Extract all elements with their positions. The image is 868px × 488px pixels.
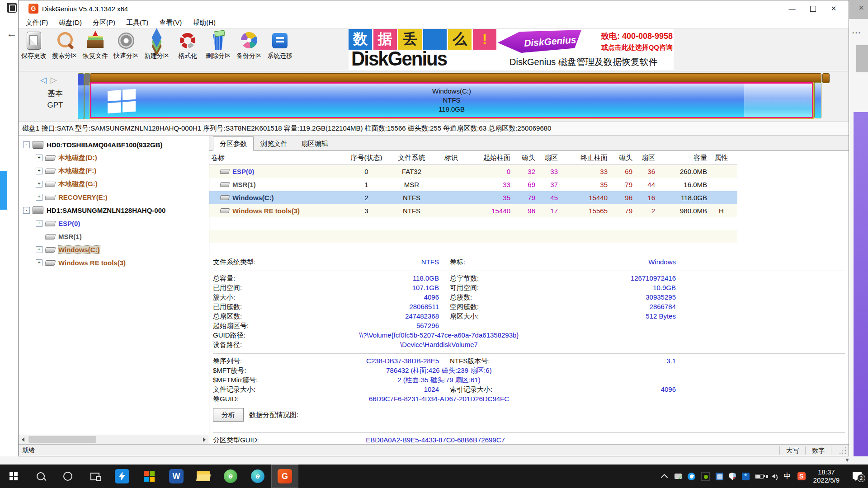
minimize-button[interactable]: — <box>782 2 802 15</box>
partition-fs: NTFS <box>443 96 460 105</box>
detail-label: 文件记录大小: <box>213 385 303 394</box>
next-disk-icon[interactable]: ▷ <box>51 75 57 84</box>
maximize-button[interactable] <box>802 2 823 15</box>
toolbar-button[interactable]: 备份分区 <box>234 29 264 60</box>
disk-header-bar[interactable] <box>90 73 821 83</box>
ad-banner[interactable]: 数据丢么! DiskGenius DiskGenius 致电: 400-008-… <box>349 29 674 70</box>
scrollbar-thumb[interactable] <box>28 436 96 443</box>
toolbar-button[interactable]: 新建分区 <box>142 29 172 60</box>
pinned-app-tiles[interactable] <box>136 465 163 488</box>
toolbar-button-label: 格式化 <box>172 52 203 60</box>
tree-item[interactable]: + ESP(0) <box>19 217 209 230</box>
tab[interactable]: 扇区编辑 <box>294 137 335 150</box>
tab[interactable]: 浏览文件 <box>254 137 294 150</box>
menu-item[interactable]: 工具(T) <box>121 19 154 27</box>
tree-item[interactable]: + 本地磁盘(F:) <box>19 164 209 178</box>
tree-expander-icon[interactable]: + <box>36 194 42 201</box>
windows-partition-bar[interactable]: Windows(C:) NTFS 118.0GB <box>90 82 813 118</box>
tray-volume-icon[interactable] <box>769 472 778 480</box>
notification-center-button[interactable]: 2 <box>853 472 863 481</box>
tray-messenger-icon[interactable] <box>688 473 695 480</box>
back-arrow-icon[interactable]: ← <box>6 27 17 40</box>
background-more-icon[interactable]: ⋯ <box>852 27 861 38</box>
resize-grip[interactable] <box>839 446 847 455</box>
disk-info-line: 磁盘1 接口:SATA 型号:SAMSUNGMZNLN128HAHQ-000H1… <box>19 122 849 136</box>
taskbar-clock[interactable]: 18:37 2022/5/9 <box>813 468 840 484</box>
toolbar-button[interactable]: 恢复文件 <box>80 29 111 60</box>
analyze-button[interactable]: 分析 <box>213 408 244 422</box>
tree-expander-icon[interactable]: + <box>36 220 42 227</box>
partition-table-type: GPT <box>39 99 71 111</box>
toolbar-button[interactable]: 格式化 <box>172 29 203 60</box>
msr-partition-bar[interactable] <box>84 73 90 119</box>
tree-item[interactable]: + Windows RE tools(3) <box>19 256 209 269</box>
tree-expander-icon[interactable]: + <box>36 168 42 174</box>
diskgenius-icon: G <box>278 469 292 483</box>
banner-qq-link[interactable]: 或点击此处选择QQ咨询 <box>601 43 673 52</box>
file-explorer-button[interactable] <box>190 465 217 488</box>
tray-battery-icon[interactable] <box>755 472 764 480</box>
pinned-app-lightning[interactable] <box>108 465 136 488</box>
menu-item[interactable]: 帮助(H) <box>187 19 221 27</box>
ime-indicator[interactable]: 中 <box>783 472 792 480</box>
start-button[interactable] <box>0 465 27 488</box>
menu-item[interactable]: 分区(P) <box>87 19 121 27</box>
cortana-button[interactable] <box>54 465 81 488</box>
tree-expander-icon[interactable]: - <box>23 207 30 214</box>
diskgenius-taskbar-button[interactable]: G <box>271 465 298 488</box>
end-sector: 2 <box>634 207 657 215</box>
tree-item[interactable]: + RECOVERY(E:) <box>19 191 209 204</box>
tree-expander-icon[interactable]: + <box>36 246 42 253</box>
tree-item[interactable]: + Windows(C:) <box>19 243 209 256</box>
partition-row[interactable]: MSR(1) 1 MSR 33 69 37 35 79 44 16.0MB <box>209 178 737 191</box>
pinned-app-word[interactable]: W <box>163 465 190 488</box>
detail-value: 1024 <box>303 385 439 394</box>
tree-item[interactable]: - HD1:SAMSUNGMZNLN128HAHQ-000 <box>19 204 209 217</box>
tree-item[interactable]: + 本地磁盘(G:) <box>19 178 209 191</box>
pinned-app-edge[interactable]: e <box>244 465 271 488</box>
tree-item[interactable]: - HD0:TOSHIBAMQ04ABF100(932GB) <box>19 138 209 151</box>
tray-nvidia-icon[interactable] <box>701 472 710 481</box>
toolbar-button[interactable]: 快速分区 <box>111 29 142 60</box>
tree-item[interactable]: + 本地磁盘(D:) <box>19 151 209 164</box>
menu-item[interactable]: 文件(F) <box>20 19 53 27</box>
menu-item[interactable]: 磁盘(D) <box>53 19 87 27</box>
partition-row[interactable]: ESP(0) 0 FAT32 0 32 33 33 69 36 260.0MB <box>209 165 737 178</box>
desktop-caret-icon[interactable]: ▼ <box>844 457 850 463</box>
taskbar-search-button[interactable] <box>27 465 54 488</box>
task-view-button[interactable] <box>81 465 108 488</box>
re-tools-partition-bar[interactable] <box>814 82 821 118</box>
titlebar[interactable]: G DiskGenius V5.4.3.1342 x64 — ✕ <box>19 0 849 17</box>
tab[interactable]: 分区参数 <box>213 136 254 151</box>
scroll-left-icon[interactable] <box>19 435 28 444</box>
tree-expander-icon[interactable]: - <box>23 141 30 148</box>
partition-row[interactable]: Windows RE tools(3) 3 NTFS 15440 96 17 1… <box>209 204 737 217</box>
tree-expander-icon[interactable]: + <box>36 155 42 161</box>
tree-expander-icon[interactable]: + <box>36 181 42 188</box>
tray-sogou-icon[interactable]: S <box>797 472 806 480</box>
esp-partition-bar[interactable] <box>78 73 84 119</box>
tray-intel-graphics-icon[interactable] <box>716 473 723 480</box>
scroll-right-icon[interactable] <box>200 435 209 444</box>
toolbar-button-label: 快速分区 <box>111 52 142 60</box>
tray-chevron-icon[interactable] <box>660 472 669 480</box>
tray-snowflake-icon[interactable]: * <box>742 473 750 480</box>
tray-security-shield-icon[interactable] <box>729 473 736 480</box>
partition-row[interactable]: Windows(C:) 2 NTFS 35 79 45 15440 96 16 … <box>209 191 737 204</box>
start-cylinder: 15440 <box>467 207 512 215</box>
tree-item[interactable]: MSR(1) <box>19 230 209 243</box>
background-blue-band <box>0 171 7 210</box>
menu-item[interactable]: 查看(V) <box>154 19 187 27</box>
toolbar-button[interactable]: 系统迁移 <box>264 29 295 60</box>
background-close-icon[interactable]: ✕ <box>859 4 864 12</box>
pinned-app-360-browser[interactable]: e <box>217 465 244 488</box>
tree-horizontal-scrollbar[interactable] <box>19 435 209 444</box>
tray-printer-icon[interactable] <box>675 474 682 479</box>
toolbar-button[interactable]: 删除分区 <box>203 29 234 60</box>
close-button[interactable]: ✕ <box>823 2 844 15</box>
toolbar-button[interactable]: 搜索分区 <box>49 29 80 60</box>
partition-icon <box>220 195 230 200</box>
toolbar-button[interactable]: 保存更改 <box>19 29 49 60</box>
prev-disk-icon[interactable]: ◁ <box>40 75 47 84</box>
tree-expander-icon[interactable]: + <box>36 259 42 266</box>
